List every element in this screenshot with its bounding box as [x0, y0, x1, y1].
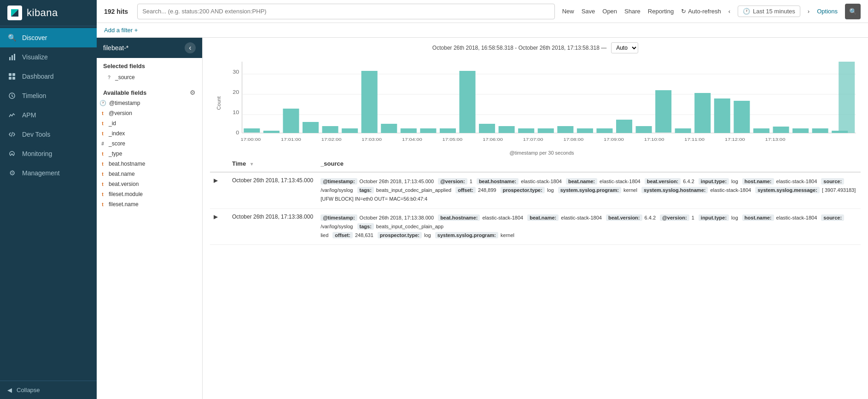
sidebar-item-apm[interactable]: APM	[0, 105, 97, 125]
visualize-icon	[7, 52, 17, 62]
sidebar-item-discover[interactable]: 🔍 Discover	[0, 28, 97, 47]
row-expand-button-1[interactable]: ▶	[214, 177, 218, 184]
svg-rect-31	[479, 124, 495, 133]
field-item-beat-version[interactable]: t beat.version	[97, 179, 202, 189]
col-time[interactable]: Time ▼	[228, 156, 317, 172]
svg-rect-19	[244, 128, 260, 133]
svg-rect-8	[12, 77, 15, 80]
devtools-icon	[7, 130, 17, 139]
svg-rect-6	[12, 73, 15, 76]
svg-rect-20	[263, 131, 280, 133]
field-item-id[interactable]: t _id	[97, 118, 202, 128]
next-time-button[interactable]: ›	[808, 8, 810, 15]
table-row: ▶ October 26th 2018, 17:13:38.000 @times…	[210, 208, 861, 245]
svg-rect-30	[459, 71, 475, 133]
content-area: filebeat-* ‹ Selected fields ? _source A…	[97, 38, 868, 399]
field-item-index[interactable]: t _index	[97, 128, 202, 139]
col-source: _source	[317, 156, 861, 172]
sidebar-item-monitoring-label: Monitoring	[22, 150, 52, 157]
auto-refresh-button[interactable]: ↻ Auto-refresh	[681, 8, 721, 15]
sidebar-item-visualize-label: Visualize	[22, 53, 48, 61]
svg-text:17:02:00: 17:02:00	[321, 137, 342, 142]
sidebar-item-devtools[interactable]: Dev Tools	[0, 125, 97, 144]
chart-container: Count 0 10 20 30	[212, 57, 859, 149]
svg-text:17:09:00: 17:09:00	[604, 137, 624, 142]
field-item-beat-hostname[interactable]: t beat.hostname	[97, 159, 202, 169]
beat-version-field-name: beat.version	[109, 181, 139, 187]
index-panel-collapse-button[interactable]: ‹	[185, 42, 196, 53]
row-time-1: October 26th 2018, 17:13:45.000	[228, 172, 317, 208]
available-fields-header: Available fields ⚙	[97, 85, 202, 98]
field-item-score[interactable]: # _score	[97, 139, 202, 149]
time-range-picker[interactable]: 🕐 Last 15 minutes	[738, 6, 800, 17]
save-button[interactable]: Save	[582, 8, 595, 15]
reporting-button[interactable]: Reporting	[648, 8, 674, 15]
kibana-logo-icon	[7, 6, 22, 20]
svg-rect-41	[675, 128, 691, 133]
sidebar-item-management[interactable]: ⚙ Management	[0, 163, 97, 183]
field-item-beat-name[interactable]: t beat.name	[97, 169, 202, 179]
source-field-name: _source	[115, 74, 135, 81]
svg-rect-35	[557, 126, 573, 133]
beat-version-field-type: t	[99, 182, 106, 187]
svg-rect-36	[577, 128, 593, 133]
field-item-source[interactable]: ? _source	[103, 72, 196, 82]
svg-rect-4	[14, 54, 15, 60]
svg-rect-27	[401, 128, 417, 133]
search-execute-button[interactable]: 🔍	[845, 4, 861, 19]
svg-rect-45	[753, 128, 769, 133]
clock-icon: 🕐	[743, 8, 750, 15]
fileset-name-field-type: t	[99, 202, 106, 207]
chart-svg-wrapper: 0 10 20 30	[225, 57, 859, 149]
svg-text:30: 30	[233, 69, 239, 75]
discover-icon: 🔍	[7, 33, 17, 42]
chart-x-label: @timestamp per 30 seconds	[225, 150, 859, 156]
add-filter-button[interactable]: Add a filter +	[104, 27, 138, 34]
table-area: Time ▼ _source ▶ October 26th 2018, 17:1…	[203, 156, 868, 399]
sidebar-item-dashboard[interactable]: Dashboard	[0, 67, 97, 86]
options-link[interactable]: Options	[817, 8, 838, 15]
sidebar-item-discover-label: Discover	[22, 34, 47, 41]
field-item-fileset-module[interactable]: t fileset.module	[97, 189, 202, 199]
svg-text:0: 0	[236, 130, 239, 135]
svg-text:17:00:00: 17:00:00	[240, 137, 261, 142]
svg-text:17:12:00: 17:12:00	[725, 137, 745, 142]
sidebar-collapse-button[interactable]: ◀ Collapse	[0, 381, 97, 399]
svg-rect-3	[12, 55, 13, 60]
right-panel: October 26th 2018, 16:58:58.318 - Octobe…	[203, 38, 868, 399]
filter-bar: Add a filter +	[97, 23, 868, 38]
open-button[interactable]: Open	[602, 8, 617, 15]
svg-text:17:06:00: 17:06:00	[483, 137, 503, 142]
topbar-actions: New Save Open Share Reporting ↻ Auto-ref…	[562, 4, 861, 19]
svg-rect-37	[596, 128, 612, 133]
index-pattern-name[interactable]: filebeat-*	[103, 44, 128, 52]
selected-fields-title: Selected fields	[103, 63, 196, 69]
field-item-fileset-name[interactable]: t fileset.name	[97, 199, 202, 209]
chart-date-range: October 26th 2018, 16:58:58.318 - Octobe…	[432, 45, 606, 51]
field-item-type[interactable]: t _type	[97, 149, 202, 159]
svg-rect-44	[734, 101, 750, 133]
search-input[interactable]	[142, 8, 549, 15]
sidebar-item-dashboard-label: Dashboard	[22, 73, 54, 80]
svg-rect-39	[636, 126, 652, 133]
share-button[interactable]: Share	[624, 8, 641, 15]
sidebar-item-monitoring[interactable]: Monitoring	[0, 144, 97, 163]
svg-text:20: 20	[233, 90, 239, 95]
field-item-timestamp[interactable]: 🕐 @timestamp	[97, 98, 202, 108]
row-expand-button-2[interactable]: ▶	[214, 214, 218, 220]
svg-rect-26	[381, 124, 397, 133]
sidebar-item-visualize[interactable]: Visualize	[0, 47, 97, 67]
svg-rect-25	[361, 71, 378, 133]
chart-interval-select[interactable]: Auto 1m 5m 30s	[611, 42, 638, 53]
logo-area: kibana	[0, 0, 97, 26]
sidebar-item-timelion[interactable]: Timelion	[0, 86, 97, 105]
svg-text:17:11:00: 17:11:00	[684, 137, 705, 142]
svg-rect-40	[655, 90, 671, 133]
new-button[interactable]: New	[562, 8, 574, 15]
prev-time-button[interactable]: ‹	[728, 8, 730, 15]
fields-settings-button[interactable]: ⚙	[190, 89, 196, 96]
results-table: Time ▼ _source ▶ October 26th 2018, 17:1…	[210, 156, 861, 245]
fileset-module-field-name: fileset.module	[109, 191, 143, 197]
collapse-icon: ◀	[7, 387, 12, 393]
field-item-version[interactable]: t @version	[97, 108, 202, 118]
